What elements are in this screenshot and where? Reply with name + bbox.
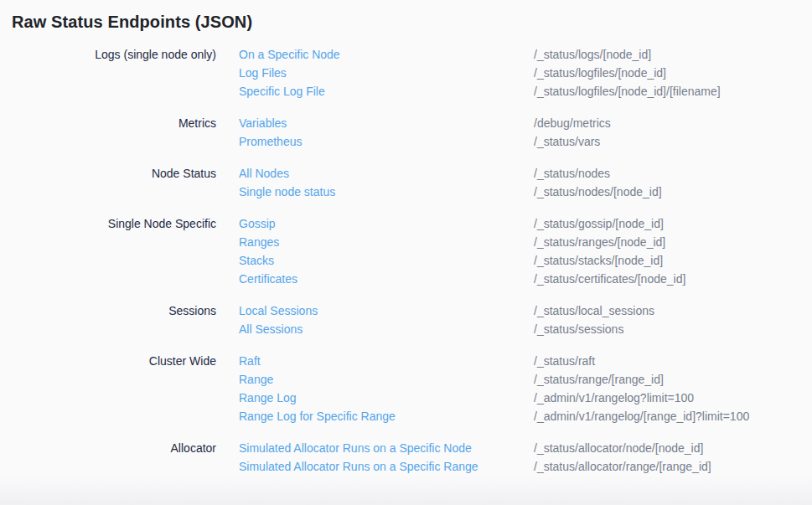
endpoint-link[interactable]: Range [239,370,534,389]
endpoint-path: /_status/nodes/[node_id] [534,183,812,201]
endpoint-path: /_status/logfiles/[node_id]/[filename] [534,82,812,100]
endpoint-path: /_admin/v1/rangelog/[range_id]?limit=100 [534,407,812,425]
endpoint-paths-column: /_status/allocator/node/[node_id]/_statu… [534,439,812,476]
endpoint-path: /_status/logs/[node_id] [534,45,812,64]
endpoint-paths-column: /debug/metrics/_status/vars [534,114,812,151]
endpoint-path: /_status/ranges/[node_id] [534,233,812,251]
endpoint-section: AllocatorSimulated Allocator Runs on a S… [0,439,812,476]
endpoint-paths-column: /_status/nodes/_status/nodes/[node_id] [534,164,812,201]
endpoint-section: SessionsLocal SessionsAll Sessions/_stat… [0,301,812,338]
endpoint-paths-column: /_status/gossip/[node_id]/_status/ranges… [534,214,812,288]
category-label: Allocator [0,439,216,476]
endpoint-link[interactable]: Certificates [239,270,534,288]
endpoint-link[interactable]: Prometheus [239,132,534,151]
endpoint-link[interactable]: Range Log for Specific Range [239,407,534,425]
endpoint-path: /_status/vars [534,132,812,151]
endpoint-links-column: Local SessionsAll Sessions [216,301,534,338]
endpoint-link[interactable]: Log Files [239,64,534,82]
endpoint-path: /_status/range/[range_id] [534,370,812,389]
endpoint-section: Logs (single node only)On a Specific Nod… [0,45,812,100]
endpoint-link[interactable]: All Sessions [239,320,534,338]
endpoint-links-column: On a Specific NodeLog FilesSpecific Log … [216,45,534,100]
endpoint-path: /debug/metrics [534,114,812,132]
endpoint-link[interactable]: On a Specific Node [239,45,534,64]
endpoint-link[interactable]: Range Log [239,389,534,407]
endpoint-links-column: VariablesPrometheus [216,114,534,151]
category-label: Logs (single node only) [0,45,216,100]
page-title: Raw Status Endpoints (JSON) [12,11,812,33]
endpoint-path: /_status/certificates/[node_id] [534,270,812,288]
endpoint-link[interactable]: Raft [239,352,534,370]
endpoint-path: /_status/allocator/range/[range_id] [534,457,812,476]
endpoint-link[interactable]: Gossip [239,214,534,233]
endpoint-section: Node StatusAll NodesSingle node status/_… [0,164,812,201]
endpoint-link[interactable]: Variables [239,114,534,132]
endpoint-links-column: GossipRangesStacksCertificates [216,214,534,288]
category-label: Cluster Wide [0,352,216,425]
endpoint-link[interactable]: Specific Log File [239,82,534,100]
endpoint-path: /_status/local_sessions [534,301,812,320]
category-label: Sessions [0,301,216,338]
endpoint-paths-column: /_status/logs/[node_id]/_status/logfiles… [534,45,812,100]
endpoint-paths-column: /_status/raft/_status/range/[range_id]/_… [534,352,812,425]
endpoint-link[interactable]: All Nodes [239,164,534,183]
endpoint-links-column: Simulated Allocator Runs on a Specific N… [216,439,534,476]
endpoint-link[interactable]: Simulated Allocator Runs on a Specific N… [239,439,534,457]
endpoint-path: /_status/raft [534,352,812,370]
endpoint-link[interactable]: Local Sessions [239,301,534,320]
endpoint-links-column: RaftRangeRange LogRange Log for Specific… [216,352,534,425]
endpoint-path: /_status/allocator/node/[node_id] [534,439,812,457]
endpoint-section: Cluster WideRaftRangeRange LogRange Log … [0,352,812,425]
endpoint-path: /_status/nodes [534,164,812,183]
category-label: Metrics [0,114,216,151]
category-label: Node Status [0,164,216,201]
endpoint-path: /_admin/v1/rangelog?limit=100 [534,389,812,407]
endpoint-link[interactable]: Single node status [239,183,534,201]
endpoint-link[interactable]: Simulated Allocator Runs on a Specific R… [239,457,534,476]
endpoint-section: MetricsVariablesPrometheus/debug/metrics… [0,114,812,151]
endpoint-path: /_status/sessions [534,320,812,338]
endpoint-link[interactable]: Stacks [239,251,534,270]
endpoint-path: /_status/logfiles/[node_id] [534,64,812,82]
endpoint-link[interactable]: Ranges [239,233,534,251]
endpoint-path: /_status/stacks/[node_id] [534,251,812,270]
endpoint-paths-column: /_status/local_sessions/_status/sessions [534,301,812,338]
category-label: Single Node Specific [0,214,216,288]
endpoints-table: Logs (single node only)On a Specific Nod… [0,45,812,476]
endpoint-section: Single Node SpecificGossipRangesStacksCe… [0,214,812,288]
endpoint-path: /_status/gossip/[node_id] [534,214,812,233]
endpoint-links-column: All NodesSingle node status [216,164,534,201]
